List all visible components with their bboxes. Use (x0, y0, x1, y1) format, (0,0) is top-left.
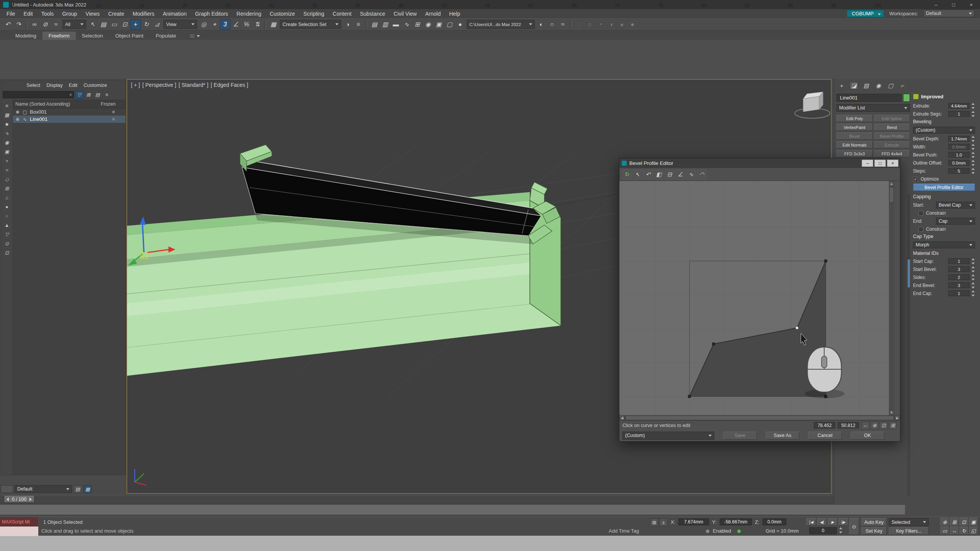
undo-icon[interactable]: ↶ (2, 19, 13, 30)
parameter-value-field[interactable]: 1 (948, 258, 970, 264)
grid-view-icon[interactable]: ▦ (83, 485, 92, 493)
cancel-button[interactable]: Cancel (808, 432, 842, 440)
menu-item[interactable]: Rendering (232, 11, 266, 17)
horizontal-scroll-thumb[interactable] (626, 416, 894, 420)
absolute-mode-icon[interactable]: ± (659, 518, 668, 526)
set-key-mode-button[interactable]: ⊙ (849, 518, 859, 535)
menu-item[interactable]: File (2, 11, 20, 17)
ok-button[interactable]: OK (851, 432, 884, 440)
undo-icon[interactable]: ↶ (643, 170, 653, 179)
menu-item[interactable]: Views (81, 11, 104, 17)
spinner[interactable] (971, 152, 975, 158)
zoom-icon[interactable]: ⊕ (940, 518, 949, 526)
next-frame-arrow-icon[interactable] (29, 497, 32, 501)
brand-dropdown[interactable]: CGBUMP (847, 10, 884, 17)
key-filters-button[interactable]: Key Filters... (889, 527, 929, 535)
schematic-view-icon[interactable]: ⊞ (412, 19, 423, 30)
search-input[interactable]: × (3, 91, 74, 98)
menu-item[interactable]: Animation (158, 11, 191, 17)
zoom-icon[interactable]: ⊕ (871, 422, 879, 429)
pick-profile-icon[interactable]: ↖ (632, 170, 642, 179)
spinner[interactable] (971, 282, 975, 289)
set-key-button[interactable]: Set Key (861, 527, 887, 535)
next-frame-button[interactable]: |▶ (838, 518, 848, 526)
select-and-scale-icon[interactable]: ⊿ (152, 19, 162, 30)
scene-object-row[interactable]: ∿ Line001 (13, 116, 126, 123)
scroll-down-icon[interactable]: ▼ (889, 410, 894, 415)
add-time-tag[interactable]: Add Time Tag (609, 528, 639, 534)
rectangular-selection-icon[interactable]: ▭ (109, 19, 119, 30)
angle-snap-icon[interactable]: ∠ (230, 19, 241, 30)
frame-spinner[interactable] (838, 527, 843, 533)
selection-set-key-dropdown[interactable]: Selected (889, 518, 929, 526)
explorer-menu-item[interactable]: Display (43, 82, 66, 88)
modifier-button[interactable]: VertexPaint (836, 124, 873, 131)
previous-frame-button[interactable]: ◀| (817, 518, 827, 526)
mirror-horizontal-icon[interactable]: ◧ (654, 170, 664, 179)
display-lights-icon[interactable]: ◉ (3, 138, 11, 147)
explorer-menu-item[interactable]: Select (23, 82, 43, 88)
track-bar[interactable] (0, 504, 905, 515)
curve-editor-icon[interactable]: ∿ (401, 19, 412, 30)
project-path-combo[interactable]: C:\Users\UI...ds Max 2022 (467, 20, 535, 29)
select-and-move-icon[interactable]: + (130, 19, 141, 30)
parameter-value-field[interactable]: 1 (948, 290, 970, 296)
new-explorer-icon[interactable]: ▤ (93, 91, 102, 99)
display-hidden-icon[interactable]: ▲ (3, 221, 11, 229)
object-color-swatch[interactable] (903, 94, 910, 102)
parameter-value-field[interactable]: 2 (948, 274, 970, 280)
background-toggle-icon[interactable]: ◕ (616, 19, 627, 30)
display-all-icon[interactable]: ▦ (3, 111, 11, 119)
zoom-region-icon[interactable]: ⊡ (880, 422, 888, 429)
modifier-button[interactable]: Edit Spline (874, 115, 910, 122)
menu-item[interactable]: Arnold (421, 11, 445, 17)
exposure-toggle-icon[interactable]: ◑ (606, 19, 616, 30)
cloud-rendering-icon[interactable]: ≈ (557, 19, 568, 30)
ribbon-tab[interactable]: Selection (76, 32, 109, 40)
spinner[interactable] (971, 144, 975, 150)
redo-icon[interactable]: ↷ (13, 19, 24, 30)
selection-lock-icon[interactable]: ⊠ (650, 518, 658, 526)
display-spacewarps-icon[interactable]: ≈ (3, 166, 11, 174)
rendered-frame-window-icon[interactable]: ▢ (444, 19, 455, 30)
profile-vertex[interactable] (824, 259, 827, 262)
parameter-value-field[interactable]: 1.74mm (948, 136, 970, 142)
snaps-toggle-icon[interactable]: 3 (220, 19, 230, 30)
modifier-button[interactable]: Bevel (836, 132, 873, 140)
menu-item[interactable]: Content (328, 11, 356, 17)
dialog-maximize-button[interactable]: □ (874, 160, 886, 167)
spinner[interactable] (971, 168, 975, 174)
explorer-menu-item[interactable]: Customize (80, 82, 110, 88)
display-helpers-icon[interactable]: + (3, 156, 11, 165)
clear-search-icon[interactable]: × (69, 92, 72, 98)
save-button[interactable]: Save (723, 432, 757, 440)
zoom-extents-icon[interactable]: ⊡ (959, 518, 969, 526)
zoom-all-icon[interactable]: ⊞ (950, 518, 959, 526)
explorer-lock-icon[interactable]: ⊡ (3, 248, 11, 257)
safe-frames-toggle-icon[interactable]: ● (627, 19, 638, 30)
vertical-scroll-thumb[interactable] (889, 187, 894, 202)
explorer-column-header[interactable]: Name (Sorted Ascending) Frozen (13, 100, 126, 108)
previous-frame-arrow-icon[interactable] (7, 497, 9, 501)
frozen-toggle[interactable] (112, 118, 115, 121)
sort-hierarchy-icon[interactable]: ≡ (3, 101, 11, 110)
display-cameras-icon[interactable]: ▣ (3, 147, 11, 156)
profile-canvas[interactable] (619, 181, 889, 415)
reference-coordinate-dropdown[interactable]: View (163, 20, 197, 29)
panel-scrollbar-thumb[interactable] (908, 259, 910, 287)
maximize-viewport-icon[interactable]: ◱ (969, 527, 978, 535)
create-tab-icon[interactable]: + (837, 82, 846, 90)
motion-tab-icon[interactable]: ◉ (874, 82, 883, 90)
view-cube[interactable] (795, 92, 830, 118)
spinner[interactable] (971, 290, 975, 297)
zoom-extents-icon[interactable]: ⊞ (889, 422, 897, 429)
spinner[interactable] (971, 274, 975, 280)
viewport-label-segment[interactable]: [ Standard* ] (178, 82, 208, 88)
modifier-list-dropdown[interactable]: Modifier List (836, 104, 910, 112)
menu-item[interactable]: Scripting (299, 11, 328, 17)
zoom-extents-all-icon[interactable]: ▣ (969, 518, 978, 526)
explorer-menu-item[interactable]: Edit (66, 82, 80, 88)
menu-item[interactable]: Modifiers (128, 11, 158, 17)
ribbon-tab[interactable]: Modeling (9, 32, 42, 40)
display-frozen-icon[interactable]: ○ (3, 212, 11, 220)
